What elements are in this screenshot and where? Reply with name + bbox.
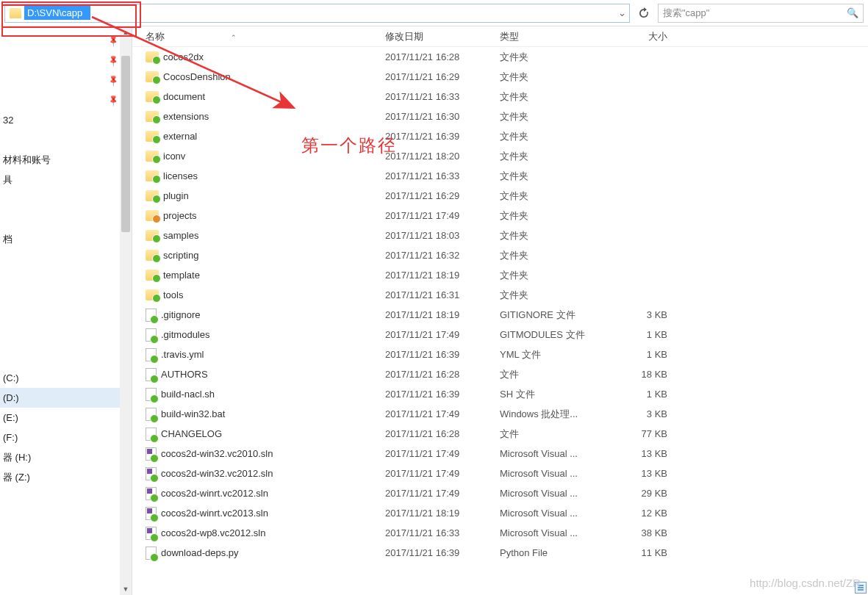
- sidebar-item[interactable]: 器 (H:): [0, 447, 132, 467]
- file-row[interactable]: scripting2017/11/21 16:32文件夹: [132, 245, 868, 265]
- file-row[interactable]: build-nacl.sh2017/11/21 16:39SH 文件1 KB: [132, 384, 868, 404]
- file-size: 1 KB: [611, 349, 685, 360]
- details-pane-toggle[interactable]: [855, 582, 867, 594]
- folder-icon: [146, 111, 159, 122]
- file-row[interactable]: plugin2017/11/21 16:29文件夹: [132, 186, 868, 206]
- sidebar-item[interactable]: 📌: [0, 31, 132, 51]
- file-type: 文件夹: [500, 249, 611, 262]
- header-type[interactable]: 类型: [500, 30, 611, 43]
- sidebar-item[interactable]: [0, 328, 132, 348]
- refresh-button[interactable]: [634, 4, 653, 23]
- sidebar-item[interactable]: [0, 130, 132, 150]
- file-row[interactable]: extensions2017/11/21 16:30文件夹: [132, 107, 868, 126]
- file-row[interactable]: download-deps.py2017/11/21 16:39Python F…: [132, 543, 868, 563]
- sidebar-item[interactable]: 📌: [0, 71, 132, 90]
- address-input[interactable]: [24, 6, 90, 20]
- file-row[interactable]: AUTHORS2017/11/21 16:28文件18 KB: [132, 364, 868, 384]
- sidebar-item[interactable]: (E:): [0, 408, 132, 428]
- content-scrollbar[interactable]: [856, 47, 868, 595]
- file-row[interactable]: document2017/11/21 16:33文件夹: [132, 87, 868, 107]
- file-row[interactable]: external2017/11/21 16:39文件夹: [132, 126, 868, 146]
- sidebar-item[interactable]: (C:): [0, 368, 132, 388]
- file-date: 2017/11/21 17:49: [385, 488, 500, 499]
- solution-file-icon: [146, 447, 157, 461]
- file-date: 2017/11/21 16:39: [385, 547, 500, 558]
- file-row[interactable]: CocosDenshion2017/11/21 16:29文件夹: [132, 67, 868, 87]
- sidebar-item[interactable]: 📌: [0, 90, 132, 110]
- file-type: Windows 批处理...: [500, 408, 611, 421]
- header-name[interactable]: 名称⌃: [141, 30, 385, 43]
- folder-icon: [146, 170, 159, 181]
- file-name: scripting: [163, 250, 198, 261]
- search-input[interactable]: [663, 7, 847, 18]
- file-type: Microsoft Visual ...: [500, 488, 611, 499]
- address-dropdown-icon[interactable]: ⌄: [614, 7, 629, 18]
- file-date: 2017/11/21 18:03: [385, 230, 500, 241]
- file-row[interactable]: .travis.yml2017/11/21 16:39YML 文件1 KB: [132, 345, 868, 364]
- sidebar-item[interactable]: 32: [0, 110, 132, 130]
- scroll-up-icon[interactable]: ▲: [120, 26, 132, 38]
- sidebar-item[interactable]: [0, 289, 132, 309]
- folder-icon: [146, 210, 159, 221]
- sidebar-item[interactable]: [0, 190, 132, 209]
- scroll-down-icon[interactable]: ▼: [120, 583, 132, 595]
- file-row[interactable]: cocos2d-wp8.vc2012.sln2017/11/21 16:33Mi…: [132, 523, 868, 543]
- header-size[interactable]: 大小: [611, 30, 685, 43]
- sidebar-item[interactable]: [0, 269, 132, 289]
- sidebar-item[interactable]: (F:): [0, 428, 132, 447]
- sidebar-item[interactable]: [0, 348, 132, 368]
- file-row[interactable]: .gitignore2017/11/21 18:19GITIGNORE 文件3 …: [132, 305, 868, 325]
- file-name: extensions: [163, 111, 209, 122]
- file-row[interactable]: cocos2d-win32.vc2012.sln2017/11/21 17:49…: [132, 464, 868, 483]
- sidebar-item[interactable]: 器 (Z:): [0, 467, 132, 487]
- content-area: 名称⌃ 修改日期 类型 大小 cocos2dx2017/11/21 16:28文…: [132, 26, 868, 595]
- file-name: template: [163, 270, 200, 281]
- file-row[interactable]: cocos2dx2017/11/21 16:28文件夹: [132, 47, 868, 67]
- sidebar-item-label: 材料和账号: [3, 154, 51, 167]
- file-type: 文件: [500, 368, 611, 381]
- sidebar-scrollbar[interactable]: ▲ ▼: [120, 26, 132, 595]
- sidebar-item-label: 32: [3, 115, 13, 126]
- file-row[interactable]: iconv2017/11/21 18:20文件夹: [132, 146, 868, 166]
- sidebar-item[interactable]: 具: [0, 170, 132, 190]
- file-row[interactable]: .gitmodules2017/11/21 17:49GITMODULES 文件…: [132, 325, 868, 345]
- header-date[interactable]: 修改日期: [385, 30, 500, 43]
- address-bar[interactable]: ⌄: [4, 4, 630, 23]
- file-row[interactable]: template2017/11/21 18:19文件夹: [132, 265, 868, 285]
- folder-icon: [146, 190, 159, 201]
- file-row[interactable]: cocos2d-winrt.vc2013.sln2017/11/21 18:19…: [132, 503, 868, 523]
- file-type: 文件夹: [500, 209, 611, 223]
- file-name: cocos2dx: [163, 51, 204, 62]
- sidebar-item[interactable]: [0, 209, 132, 229]
- file-name: samples: [163, 230, 198, 241]
- file-row[interactable]: samples2017/11/21 18:03文件夹: [132, 226, 868, 245]
- sidebar-item[interactable]: [0, 249, 132, 269]
- scroll-thumb[interactable]: [121, 56, 130, 232]
- file-row[interactable]: CHANGELOG2017/11/21 16:28文件77 KB: [132, 424, 868, 444]
- file-date: 2017/11/21 16:39: [385, 349, 500, 360]
- file-type: Python File: [500, 547, 611, 558]
- file-date: 2017/11/21 16:33: [385, 170, 500, 181]
- file-name: download-deps.py: [161, 547, 239, 558]
- sidebar-item[interactable]: 📌: [0, 51, 132, 71]
- file-row[interactable]: build-win32.bat2017/11/21 17:49Windows 批…: [132, 404, 868, 424]
- file-date: 2017/11/21 16:33: [385, 527, 500, 538]
- sidebar-item[interactable]: 材料和账号: [0, 150, 132, 170]
- file-name: cocos2d-win32.vc2012.sln: [161, 468, 273, 479]
- file-row[interactable]: licenses2017/11/21 16:33文件夹: [132, 166, 868, 186]
- file-date: 2017/11/21 16:30: [385, 111, 500, 122]
- file-row[interactable]: cocos2d-winrt.vc2012.sln2017/11/21 17:49…: [132, 483, 868, 503]
- sidebar-item-label: 器 (Z:): [3, 471, 30, 484]
- search-box[interactable]: 🔍: [658, 4, 864, 23]
- file-row[interactable]: projects2017/11/21 17:49文件夹: [132, 206, 868, 226]
- file-row[interactable]: tools2017/11/21 16:31文件夹: [132, 285, 868, 305]
- sidebar-item[interactable]: [0, 309, 132, 328]
- sidebar-item[interactable]: (D:): [0, 388, 132, 408]
- sidebar-item-label: (E:): [3, 412, 18, 423]
- sidebar-item[interactable]: 档: [0, 229, 132, 249]
- file-type: 文件夹: [500, 190, 611, 203]
- file-row[interactable]: cocos2d-win32.vc2010.sln2017/11/21 17:49…: [132, 444, 868, 464]
- file-type: 文件夹: [500, 150, 611, 163]
- file-size: 1 KB: [611, 389, 685, 400]
- file-name: cocos2d-wp8.vc2012.sln: [161, 527, 265, 538]
